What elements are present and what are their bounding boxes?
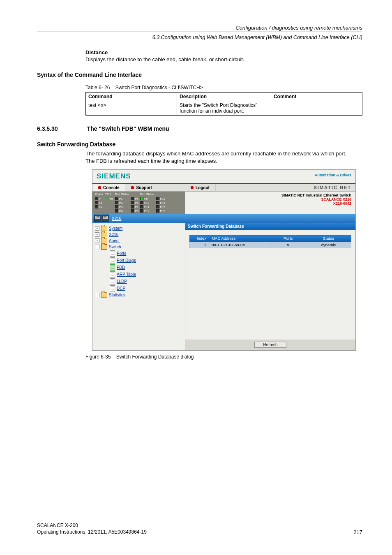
- refresh-button[interactable]: Refresh: [254, 342, 286, 348]
- sfd-col-ports: Ports: [270, 235, 306, 242]
- distance-text: Displays the distance to the cable end, …: [85, 56, 362, 62]
- sfd-p1: The forwarding database displays which M…: [85, 150, 362, 157]
- page-icon: [110, 257, 115, 264]
- device-bar[interactable]: X216: [92, 214, 355, 223]
- page-icon: [110, 271, 115, 278]
- footer-l1: SCALANCE X-200: [37, 522, 147, 529]
- menu-support[interactable]: Support: [125, 184, 158, 191]
- tree-fdb[interactable]: FDB: [95, 264, 183, 271]
- folder-icon: [101, 226, 107, 231]
- sfd-title: Switch Forwarding Database: [37, 141, 362, 148]
- tree-lldp[interactable]: LLDP: [95, 278, 183, 285]
- cli-table: Command Description Comment test <n> Sta…: [85, 92, 362, 116]
- sfd-cell-ports: 9: [270, 242, 306, 248]
- device-icons: [94, 215, 109, 222]
- sfd-col-status: Status: [306, 235, 351, 242]
- folder-icon: [101, 238, 107, 243]
- wbm-screenshot: SIEMENS Automation & Drives Console Supp…: [92, 169, 356, 351]
- sfd-cell-index: 1: [190, 242, 209, 248]
- simatic-net-label: SIMATIC NET: [310, 184, 355, 191]
- page-icon: [110, 278, 115, 284]
- page-icon: [110, 250, 115, 257]
- device-icon: [94, 215, 101, 222]
- tree-x216[interactable]: +X216: [95, 231, 183, 238]
- expand-icon[interactable]: +: [95, 232, 99, 237]
- device-info-l1: SIMATIC NET Industrial Ethernet Switch: [189, 193, 351, 197]
- syntax-title: Syntax of the Command Line Interface: [37, 72, 362, 78]
- sfd-row: 1 00-1B-21-07-69-C9 9 dynamic: [190, 242, 351, 248]
- table-caption-prefix: Table 6- 26: [85, 85, 110, 90]
- cli-col-comment: Comment: [271, 92, 362, 101]
- device-info: SIMATIC NET Industrial Ethernet Switch S…: [185, 192, 355, 214]
- folder-icon: [101, 292, 107, 298]
- tree-arp[interactable]: ARP Table: [95, 271, 183, 278]
- cli-cell-description: Starts the "Switch Port Diagnostics" fun…: [177, 101, 271, 116]
- sfd-col-mac: MAC Address: [209, 235, 270, 242]
- tree-dcp[interactable]: DCP: [95, 285, 183, 292]
- figure-caption: Figure 6-35 Switch Forwarding Database d…: [85, 354, 362, 360]
- dot-icon: [98, 186, 101, 189]
- sfd-banner: Switch Forwarding Database: [185, 223, 355, 230]
- footer-page: 217: [353, 529, 362, 535]
- status-led-panel: PowerFL1L2CPURMPort StatusP1P2P3P4P5P6P7…: [92, 192, 185, 214]
- menu-console[interactable]: Console: [92, 184, 125, 191]
- dot-icon: [191, 186, 194, 189]
- cli-col-command: Command: [86, 92, 177, 101]
- menu-logout[interactable]: Logout: [185, 184, 216, 191]
- sfd-p2: The FDB is refreshed each time the aging…: [85, 157, 362, 165]
- cli-cell-comment: [271, 101, 362, 116]
- distance-title: Distance: [85, 49, 362, 56]
- table-caption-text: Switch Port Diagnostics - CLI\SWITCH>: [115, 85, 203, 90]
- dot-icon: [131, 186, 134, 189]
- expand-icon[interactable]: +: [95, 226, 99, 231]
- cli-cell-command: test <n>: [86, 101, 177, 116]
- figure-caption-prefix: Figure 6-35: [85, 354, 111, 360]
- device-info-l3: X216-0042: [189, 201, 351, 206]
- cli-col-description: Description: [177, 92, 271, 101]
- expand-icon[interactable]: +: [95, 293, 99, 297]
- section-number: 6.3.5.30: [37, 125, 85, 132]
- device-icon: [102, 215, 109, 222]
- section-title: The "Switch FDB" WBM menu: [87, 125, 169, 132]
- header-sub: 6.3 Configuration using Web Based Manage…: [37, 35, 362, 40]
- device-label: X216: [112, 216, 121, 221]
- tree-system[interactable]: +System: [95, 225, 183, 231]
- collapse-icon[interactable]: −: [95, 245, 99, 249]
- header-rule: [37, 32, 362, 32]
- footer-left: SCALANCE X-200 Operating Instructions, 1…: [37, 522, 147, 535]
- sfd-table: Index MAC Address Ports Status 1 00-1B-2…: [189, 235, 351, 248]
- sfd-cell-status: dynamic: [306, 242, 351, 248]
- device-info-l2: SCALANCE X216: [189, 197, 351, 201]
- figure-caption-text: Switch Forwarding Database dialog: [116, 354, 194, 360]
- sfd-col-index: Index: [190, 235, 209, 242]
- folder-icon: [101, 232, 107, 237]
- table-caption: Table 6- 26 Switch Port Diagnostics - CL…: [85, 85, 362, 90]
- brand-label: Automation & Drives: [315, 170, 355, 183]
- nav-tree: +System +X216 +Agent −Switch Ports Port …: [92, 223, 185, 350]
- cli-row: test <n> Starts the "Switch Port Diagnos…: [86, 101, 362, 116]
- tree-ports[interactable]: Ports: [95, 250, 183, 257]
- tree-statistics[interactable]: +Statistics: [95, 292, 183, 298]
- tree-portdiags[interactable]: Port Diags: [95, 257, 183, 264]
- footer-l2: Operating Instructions, 12/2011, A5E0034…: [37, 529, 147, 535]
- page-selected-icon: [110, 264, 115, 271]
- tree-agent[interactable]: +Agent: [95, 238, 183, 244]
- folder-open-icon: [101, 244, 107, 250]
- header-title: Configuration / diagnostics using remote…: [37, 25, 362, 31]
- siemens-logo: SIEMENS: [92, 170, 135, 183]
- expand-icon[interactable]: +: [95, 238, 99, 243]
- page-icon: [110, 285, 115, 291]
- sfd-cell-mac: 00-1B-21-07-69-C9: [209, 242, 270, 248]
- tree-switch[interactable]: −Switch: [95, 244, 183, 250]
